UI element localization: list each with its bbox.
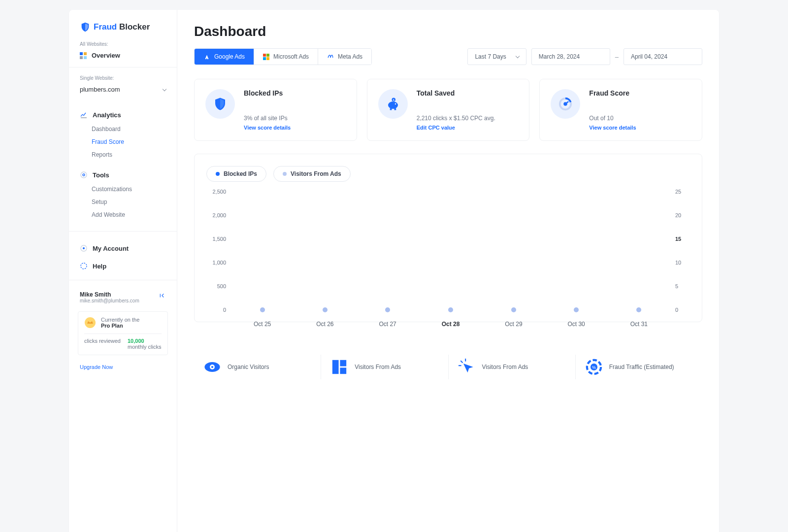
cursor-icon — [459, 359, 475, 375]
help-icon — [80, 262, 88, 270]
microsoft-icon — [263, 54, 269, 60]
date-preset-select[interactable]: Last 7 Days — [467, 48, 526, 65]
svg-point-4 — [83, 174, 85, 176]
x-label: Oct 26 — [316, 321, 333, 328]
all-websites-label: All Websites: — [69, 41, 177, 49]
chart-point — [574, 307, 579, 312]
shield-icon — [213, 97, 228, 111]
meta-icon — [327, 53, 334, 60]
svg-point-11 — [394, 103, 396, 105]
x-label: Oct 30 — [567, 321, 585, 328]
nav-tools-header: Tools — [69, 167, 177, 183]
chevron-down-icon — [516, 54, 520, 58]
nav-add-website[interactable]: Add Website — [69, 208, 177, 221]
edit-cpc-link[interactable]: Edit CPC value — [417, 125, 519, 131]
svg-text:%: % — [592, 365, 596, 370]
chart-area: 2,500 2,000 1,500 1,000 500 0 25 20 15 1… — [231, 192, 670, 310]
single-website-label: Single Website: — [69, 75, 177, 83]
date-end[interactable]: April 04, 2024 — [624, 48, 702, 65]
svg-point-21 — [211, 366, 213, 368]
chart-point — [448, 307, 453, 312]
svg-line-27 — [460, 361, 462, 363]
chart-point — [260, 307, 265, 312]
site-selector[interactable]: plumbers.com — [80, 83, 166, 96]
x-label: Oct 31 — [630, 321, 648, 328]
x-label: Oct 25 — [254, 321, 271, 328]
nav-dashboard[interactable]: Dashboard — [69, 123, 177, 135]
svg-rect-0 — [80, 52, 83, 55]
svg-rect-23 — [340, 360, 347, 366]
nav-my-account[interactable]: My Account — [69, 239, 177, 257]
svg-rect-2 — [80, 56, 83, 59]
x-label: Oct 27 — [379, 321, 396, 328]
chart-card: Blocked IPs Visitors From Ads 2,500 2,00… — [194, 154, 702, 322]
google-ads-icon — [203, 53, 210, 60]
svg-rect-3 — [84, 56, 87, 59]
nav-fraud-score[interactable]: Fraud Score — [69, 135, 177, 148]
svg-rect-24 — [340, 367, 347, 374]
date-separator: – — [615, 53, 619, 61]
clicks-reviewed-label: clicks reviewed — [84, 338, 121, 350]
ad-network-tabs: Google Ads Microsoft Ads Meta Ads — [194, 48, 372, 65]
nav-analytics: Analytics Dashboard Fraud Score Reports — [69, 104, 177, 164]
user-block: Mike Smith mike.smith@plumbers.com — [69, 285, 177, 305]
legend-chip-visitors[interactable]: Visitors From Ads — [273, 166, 351, 182]
brand-logo: Fraud Blocker — [69, 22, 177, 41]
user-email: mike.smith@plumbers.com — [80, 298, 166, 303]
nav-help[interactable]: Help — [69, 257, 177, 275]
nav-reports[interactable]: Reports — [69, 148, 177, 161]
chart-line-icon — [80, 111, 88, 119]
nav-customizations[interactable]: Customizations — [69, 183, 177, 196]
gauge-icon — [558, 97, 573, 111]
eye-icon — [204, 359, 221, 375]
chart-point — [323, 307, 328, 312]
tab-meta-ads[interactable]: Meta Ads — [318, 49, 371, 65]
card-blocked-ips: Blocked IPs 3% of all site IPs View scor… — [194, 79, 357, 141]
svg-rect-1 — [84, 52, 87, 55]
date-controls: Last 7 Days March 28, 2024 – April 04, 2… — [467, 48, 702, 65]
stat-visitors-ads-2: Visitors From Ads — [449, 355, 576, 379]
svg-rect-22 — [332, 360, 339, 374]
sidebar: Fraud Blocker All Websites: Overview Sin… — [69, 10, 177, 532]
svg-point-7 — [83, 247, 85, 249]
chevron-down-icon — [163, 87, 166, 91]
nav-setup[interactable]: Setup — [69, 196, 177, 208]
card-total-saved: $ Total Saved 2,210 clicks x $1.50 CPC a… — [367, 79, 530, 141]
monthly-clicks: 10,000monthly clicks — [128, 338, 161, 350]
plan-card: Currently on the Pro Plan clicks reviewe… — [78, 311, 168, 355]
piggy-bank-icon: $ — [386, 97, 400, 111]
page-title: Dashboard — [194, 24, 702, 39]
bottom-stats-row: Organic Visitors Visitors From Ads Visit… — [194, 350, 702, 384]
chart-point — [385, 307, 390, 312]
view-score-details-link[interactable]: View score details — [589, 125, 691, 131]
upgrade-link[interactable]: Upgrade Now — [80, 364, 166, 370]
chart-point — [511, 307, 516, 312]
legend-chip-blocked[interactable]: Blocked IPs — [206, 166, 266, 182]
date-start[interactable]: March 28, 2024 — [531, 48, 610, 65]
chart-point — [636, 307, 641, 312]
target-icon: % — [586, 359, 602, 375]
svg-point-10 — [388, 101, 398, 109]
stat-visitors-ads-1: Visitors From Ads — [321, 355, 448, 379]
tab-microsoft-ads[interactable]: Microsoft Ads — [254, 49, 318, 65]
view-score-details-link[interactable]: View score details — [244, 125, 346, 131]
svg-text:$: $ — [393, 99, 394, 101]
main: Dashboard Google Ads Microsoft Ads Meta … — [177, 10, 719, 532]
sidebar-overview[interactable]: Overview — [69, 49, 177, 67]
nav-analytics-header: Analytics — [69, 107, 177, 123]
collapse-icon[interactable] — [159, 292, 166, 300]
card-fraud-score: Fraud Score Out of 10 View score details — [539, 79, 702, 141]
svg-point-8 — [81, 263, 87, 269]
stat-fraud-traffic: % Fraud Traffic (Estimated) — [576, 355, 702, 379]
stat-organic-visitors: Organic Visitors — [194, 355, 321, 379]
tab-google-ads[interactable]: Google Ads — [195, 49, 254, 65]
shield-icon — [80, 22, 91, 33]
gear-icon — [80, 171, 88, 179]
bell-icon — [80, 244, 88, 252]
x-label: Oct 29 — [505, 321, 522, 328]
grid-icon — [80, 52, 87, 59]
crown-icon — [84, 317, 96, 329]
user-name: Mike Smith — [80, 291, 166, 298]
svg-rect-12 — [390, 108, 392, 110]
nav-tools: Tools Customizations Setup Add Website — [69, 164, 177, 224]
